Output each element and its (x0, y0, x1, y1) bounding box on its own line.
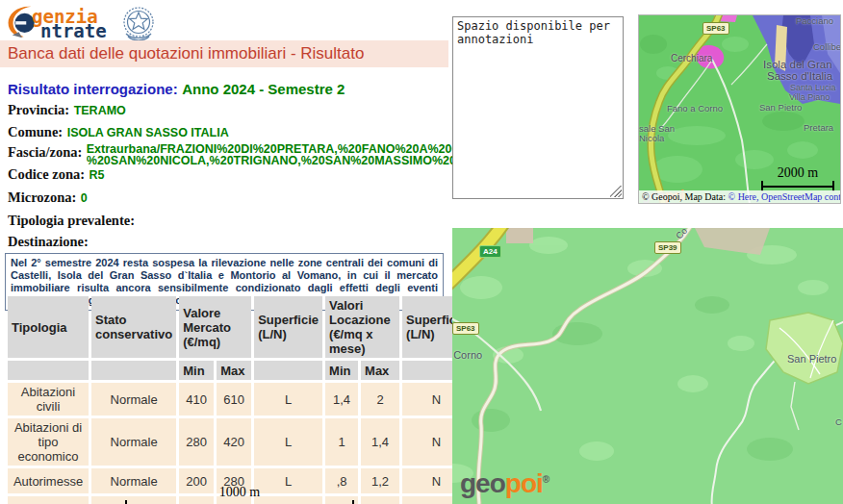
attribution-link[interactable]: © Here, OpenStreetMap contributo (728, 191, 841, 202)
table-cell: 1 (325, 418, 358, 466)
microzona-label: Microzona: (8, 189, 76, 205)
table-cell: Box (8, 496, 89, 504)
field-microzona: Microzona: 0 (8, 189, 88, 206)
table-cell: 410 (179, 383, 214, 416)
col-header-min-locazione: Min (325, 361, 358, 380)
map-place-label: Pretara (804, 122, 833, 133)
provincia-label: Provincia: (8, 102, 69, 117)
col-header-tipologia: Tipologia (8, 296, 89, 358)
table-cell: Abitazioni di tipo economico (8, 418, 89, 466)
map-place-label: Cerchiara (671, 53, 712, 63)
table-cell: L (254, 383, 322, 416)
col-header-superficie-1: Superficie (L/N) (254, 296, 322, 358)
field-provincia: Provincia: TERAMO (8, 101, 126, 118)
road-badge-sp63: SP63 (702, 22, 729, 35)
map-place-label: Fano a Corno (667, 103, 723, 113)
table-cell: 1,4 (361, 496, 399, 504)
table-subheader-row: Min Max Min Max (8, 361, 471, 380)
table-cell: Normale (91, 383, 176, 416)
table-header-row: Tipologia Stato conservativo Valore Merc… (8, 296, 471, 358)
table-cell: Abitazioni civili (8, 383, 89, 416)
map-place-label: Villa Piano (789, 92, 830, 102)
map-place-label: Colliberti (813, 41, 841, 52)
provincia-value: TERAMO (74, 104, 126, 117)
table-cell: 1,4 (325, 383, 358, 416)
subheader-empty (8, 361, 89, 380)
map-scale-label: 2000 m (761, 166, 834, 180)
field-destinazione: Destinazione: (8, 233, 89, 250)
quotations-table: Tipologia Stato conservativo Valore Merc… (5, 293, 473, 504)
detail-map[interactable]: San Pietroa CornoCoCA24SP39SP63 geopoi® (452, 228, 843, 504)
attribution-text: © Geopoi, Map Data: (642, 191, 728, 202)
geopoi-logo: geopoi® (460, 468, 549, 499)
table-cell: 280 (179, 418, 214, 466)
detail-map-graphics (452, 228, 843, 504)
map-place-label: Isola del Gran (763, 59, 832, 70)
map-scale: 2000 m (761, 166, 834, 191)
table-cell: 1,4 (361, 418, 399, 466)
table-cell: Autorimesse (8, 468, 89, 493)
col-header-max-locazione: Max (361, 361, 399, 380)
codice-zona-value: R5 (89, 168, 105, 182)
comune-value: ISOLA GRAN SASSO ITALIA (67, 126, 229, 139)
map-place-label: Sasso d'Italia (767, 70, 832, 82)
page: genzia ntrate Banca dati delle quotazion… (0, 0, 843, 504)
map-place-label: C (835, 416, 842, 427)
table-cell: 610 (217, 383, 251, 416)
agenzia-entrate-logo[interactable]: genzia ntrate (6, 3, 179, 41)
field-tipologia-prevalente: Tipologia prevalente: (8, 212, 135, 229)
map-place-label: Pacciano (796, 15, 833, 26)
field-codice-zona: Codice zona: R5 (8, 165, 105, 183)
map-scale-label: 1000 m (125, 486, 354, 499)
table-cell: 2 (361, 383, 399, 416)
road-badge-sp63: SP63 (452, 322, 479, 335)
result-heading-value: Anno 2024 - Semestre 2 (182, 81, 345, 97)
col-header-max-mercato: Max (217, 361, 251, 380)
table-row: Abitazioni civiliNormale410610L1,42N (8, 383, 471, 416)
annotations-textarea[interactable]: Spazio disponibile per annotazioni (452, 16, 624, 199)
table-cell: 420 (217, 418, 251, 466)
subheader-empty (91, 361, 176, 380)
result-heading-label: Risultato interrogazione: (8, 81, 178, 97)
comune-label: Comune: (8, 124, 63, 139)
map-place-label: Santa Lucia (790, 83, 836, 92)
map-place-label: Nicola (639, 133, 664, 143)
table-cell: Normale (91, 418, 176, 466)
italy-emblem-icon (118, 4, 159, 43)
map-scale-bar (125, 500, 354, 504)
destinazione-label: Destinazione: (8, 234, 89, 249)
col-header-valore-mercato: Valore Mercato (€/mq) (179, 296, 251, 358)
table-cell: L (254, 418, 322, 466)
microzona-value: 0 (81, 191, 88, 205)
field-comune: Comune: ISOLA GRAN SASSO ITALIA (8, 123, 229, 140)
map-place-label: San Pietro (759, 102, 802, 113)
map-place-label: a Corno (452, 349, 482, 361)
page-title: Banca dati delle quotazioni immobiliari … (0, 40, 448, 67)
subheader-empty (254, 361, 322, 380)
table-row: Abitazioni di tipo economicoNormale28042… (8, 418, 471, 466)
table-cell: 1,2 (361, 468, 399, 493)
col-header-min-mercato: Min (179, 361, 214, 380)
map-scale-bottom: 1000 m (125, 486, 354, 504)
map-place-label: San Pietro (787, 353, 836, 365)
col-header-stato: Stato conservativo (91, 296, 176, 358)
codice-zona-label: Codice zona: (8, 166, 85, 182)
map-attribution: © Geopoi, Map Data: © Here, OpenStreetMa… (639, 190, 840, 203)
road-badge-a24: A24 (479, 245, 501, 258)
result-heading: Risultato interrogazione: Anno 2024 - Se… (8, 81, 345, 98)
tipologia-prevalente-label: Tipologia prevalente: (8, 213, 135, 228)
fascia-label: Fascia/zona: (8, 144, 82, 160)
overview-map[interactable]: PaccianoCollibertiCerchiaraIsola del Gra… (638, 14, 841, 204)
logo-text-entrate: ntrate (40, 20, 107, 41)
road-badge-sp39: SP39 (654, 241, 681, 254)
col-header-valori-locazione: Valori Locazione (€/mq x mese) (325, 296, 399, 358)
